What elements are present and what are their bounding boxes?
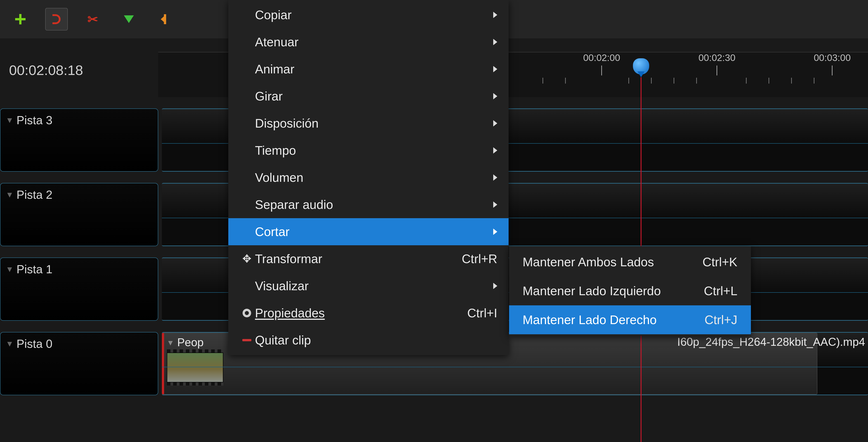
menu-item-label: Mantener Lado Izquierdo <box>523 284 677 298</box>
chevron-right-icon <box>493 201 497 208</box>
menu-item-label: Cortar <box>255 225 493 239</box>
clip-title: Peop <box>177 336 204 349</box>
marker-green-icon <box>124 15 134 23</box>
clip-context-menu: Copiar Atenuar Animar Girar Disposición … <box>228 0 508 355</box>
menu-item-label: Animar <box>255 62 493 76</box>
menu-item-label: Propiedades <box>255 306 440 320</box>
track-header[interactable]: ▾ Pista 0 <box>0 332 158 395</box>
menu-item-visualizar[interactable]: Visualizar <box>228 272 508 300</box>
menu-item-label: Girar <box>255 89 493 103</box>
chevron-right-icon <box>493 147 497 154</box>
chevron-down-icon: ▾ <box>7 190 12 199</box>
track-header[interactable]: ▾ Pista 2 <box>0 183 158 246</box>
track-label: Pista 2 <box>17 188 53 201</box>
remove-icon <box>242 339 251 341</box>
marker-button[interactable] <box>118 8 140 31</box>
chevron-down-icon: ▾ <box>7 339 12 348</box>
track-label: Pista 3 <box>17 113 53 127</box>
menu-item-label: Mantener Ambos Lados <box>523 255 675 269</box>
menu-item-animar[interactable]: Animar <box>228 56 508 83</box>
chevron-right-icon <box>493 174 497 181</box>
track-header[interactable]: ▾ Pista 3 <box>0 108 158 172</box>
submenu-item-derecho[interactable]: Mantener Lado Derecho Ctrl+J <box>509 305 751 334</box>
menu-item-separar-audio[interactable]: Separar audio <box>228 191 508 218</box>
chevron-right-icon <box>493 120 497 127</box>
submenu-item-izquierdo[interactable]: Mantener Lado Izquierdo Ctrl+L <box>509 276 751 305</box>
track-header[interactable]: ▾ Pista 1 <box>0 258 158 321</box>
submenu-cortar: Mantener Ambos Lados Ctrl+K Mantener Lad… <box>509 246 751 336</box>
menu-item-volumen[interactable]: Volumen <box>228 164 508 191</box>
track-label: Pista 0 <box>17 337 53 350</box>
move-icon: ✥ <box>242 253 251 264</box>
menu-item-shortcut: Ctrl+R <box>462 251 497 266</box>
chevron-right-icon <box>493 66 497 72</box>
marker-orange-icon <box>164 14 166 24</box>
menu-item-label: Disposición <box>255 116 493 131</box>
playhead-handle-icon <box>633 58 649 74</box>
clip-thumbnail <box>167 349 223 385</box>
menu-item-label: Visualizar <box>255 279 493 293</box>
menu-item-copiar[interactable]: Copiar <box>228 1 508 29</box>
timecode-display[interactable]: 00:02:08:18 <box>0 62 158 78</box>
menu-item-shortcut: Ctrl+K <box>703 255 737 269</box>
snap-button[interactable] <box>45 8 68 31</box>
menu-item-transformar[interactable]: ✥ Transformar Ctrl+R <box>228 245 508 272</box>
menu-item-label: Transformar <box>255 251 435 266</box>
menu-item-propiedades[interactable]: Propiedades Ctrl+I <box>228 300 508 327</box>
cut-button[interactable]: ✂ <box>81 8 104 31</box>
ruler-tick: 00:03:00 <box>814 53 851 75</box>
scissors-icon: ✂ <box>88 12 98 27</box>
ruler-tick: 00:02:30 <box>699 53 736 75</box>
menu-item-label: Copiar <box>255 8 493 22</box>
menu-item-shortcut: Ctrl+J <box>705 313 737 327</box>
add-button[interactable] <box>9 8 32 31</box>
menu-item-girar[interactable]: Girar <box>228 83 508 110</box>
clip-title-right: I60p_24fps_H264-128kbit_AAC).mp4 <box>677 335 865 348</box>
menu-item-cortar[interactable]: Cortar <box>228 218 508 245</box>
menu-item-label: Tiempo <box>255 143 493 158</box>
magnet-icon <box>53 14 61 24</box>
ruler-tick-label: 00:03:00 <box>814 53 851 66</box>
chevron-right-icon <box>493 12 497 18</box>
chevron-right-icon <box>493 93 497 99</box>
menu-item-shortcut: Ctrl+L <box>704 284 737 298</box>
gear-icon <box>243 309 251 317</box>
ruler-tick-label: 00:02:30 <box>699 53 736 66</box>
menu-item-label: Atenuar <box>255 35 493 49</box>
chevron-right-icon <box>493 229 497 235</box>
menu-item-disposicion[interactable]: Disposición <box>228 110 508 137</box>
video-editor-timeline: ✂ 00:02:08:18 00:02:00 00:02:30 00:03:00 <box>0 0 868 442</box>
menu-item-label: Mantener Lado Derecho <box>523 313 677 327</box>
menu-item-label: Volumen <box>255 170 493 185</box>
menu-item-quitar-clip[interactable]: Quitar clip <box>228 327 508 354</box>
chevron-down-icon: ▾ <box>7 115 12 125</box>
playhead[interactable] <box>633 58 649 74</box>
chevron-right-icon <box>493 39 497 45</box>
ruler-tick-label: 00:02:00 <box>583 53 620 66</box>
plus-icon <box>15 14 26 24</box>
ruler-tick: 00:02:00 <box>583 53 620 75</box>
menu-item-shortcut: Ctrl+I <box>467 306 497 320</box>
chevron-right-icon <box>493 283 497 289</box>
menu-item-tiempo[interactable]: Tiempo <box>228 137 508 164</box>
menu-item-label: Separar audio <box>255 197 493 212</box>
chevron-down-icon: ▾ <box>7 264 12 274</box>
chevron-down-icon: ▾ <box>168 337 173 348</box>
playhead-start-button[interactable] <box>154 8 176 31</box>
submenu-item-ambos[interactable]: Mantener Ambos Lados Ctrl+K <box>509 247 751 276</box>
menu-item-atenuar[interactable]: Atenuar <box>228 29 508 56</box>
track-label: Pista 1 <box>17 263 53 276</box>
menu-item-label: Quitar clip <box>255 333 497 347</box>
